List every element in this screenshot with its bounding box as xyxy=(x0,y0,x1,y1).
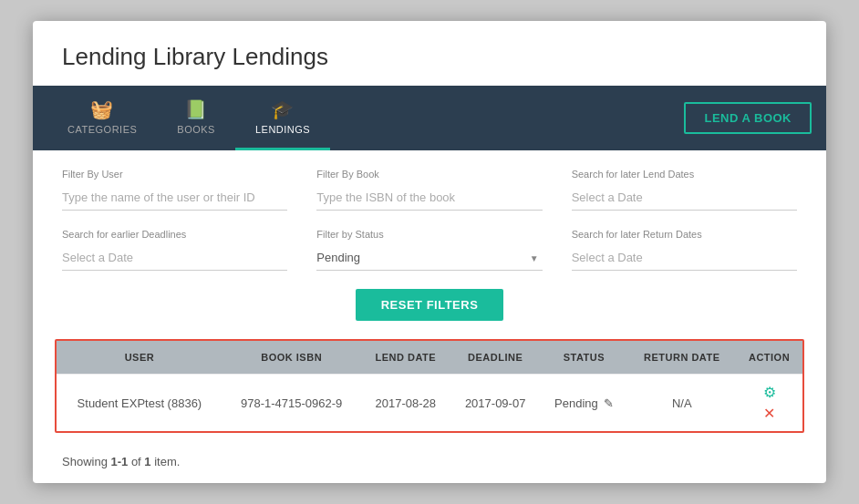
cell-action: ⚙ ✕ xyxy=(736,375,802,432)
cell-deadline: 2017-09-07 xyxy=(450,375,540,432)
reset-row: RESET FILTERS xyxy=(33,289,826,339)
table-header-row: USER BOOK ISBN LEND DATE DEADLINE STATUS… xyxy=(57,341,802,375)
reset-filters-button[interactable]: RESET FILTERS xyxy=(356,289,504,321)
col-user: USER xyxy=(57,341,223,375)
col-action: ACTION xyxy=(736,341,802,375)
cell-return-date: N/A xyxy=(627,375,736,432)
table-section: USER BOOK ISBN LEND DATE DEADLINE STATUS… xyxy=(55,339,804,433)
page-title: Lending Library Lendings xyxy=(33,21,826,86)
filter-deadlines: Search for earlier Deadlines xyxy=(62,229,287,271)
filter-status-label: Filter by Status xyxy=(316,229,542,240)
cell-lend-date: 2017-08-28 xyxy=(361,375,450,432)
filters-section: Filter By User Filter By Book Search for… xyxy=(33,150,826,289)
lend-book-button[interactable]: LEND A BOOK xyxy=(684,102,812,134)
search-return-dates-label: Search for later Return Dates xyxy=(572,229,797,240)
showing-suffix: item. xyxy=(151,455,181,468)
filter-user-input[interactable] xyxy=(62,185,287,211)
edit-status-icon[interactable]: ✎ xyxy=(604,396,614,410)
col-status: STATUS xyxy=(540,341,627,375)
main-modal: Lending Library Lendings 🧺 CATEGORIES 📗 … xyxy=(33,21,826,483)
showing-range: 1-1 xyxy=(110,455,128,468)
nav-categories[interactable]: 🧺 CATEGORIES xyxy=(47,86,157,150)
col-lend-date: LEND DATE xyxy=(361,341,450,375)
col-book-isbn: BOOK ISBN xyxy=(223,341,361,375)
deadline-date-input[interactable] xyxy=(62,245,287,271)
col-deadline: DEADLINE xyxy=(450,341,540,375)
showing-count: 1 xyxy=(144,455,150,468)
status-select-wrapper: All Pending Returned Overdue ▼ xyxy=(316,245,542,271)
filter-book-input[interactable] xyxy=(316,185,542,211)
filter-by-book-label: Filter By Book xyxy=(316,169,542,180)
cell-user: Student EXPtest (8836) xyxy=(57,375,223,432)
nav-categories-label: CATEGORIES xyxy=(67,124,137,135)
showing-prefix: Showing xyxy=(62,455,110,468)
filter-by-user: Filter By User xyxy=(62,169,287,211)
lendings-icon: 🎓 xyxy=(271,98,295,120)
nav-books-label: BOOKS xyxy=(177,124,215,135)
nav-lendings[interactable]: 🎓 LENDINGS xyxy=(235,86,330,150)
filter-by-user-label: Filter By User xyxy=(62,169,287,180)
search-deadlines-label: Search for earlier Deadlines xyxy=(62,229,287,240)
lend-date-input[interactable] xyxy=(572,185,797,211)
showing-middle: of xyxy=(128,455,144,468)
status-cell-content: Pending ✎ xyxy=(547,396,620,410)
categories-icon: 🧺 xyxy=(90,98,114,120)
cell-book-isbn: 978-1-4715-0962-9 xyxy=(223,375,361,432)
delete-icon[interactable]: ✕ xyxy=(763,405,775,422)
showing-text: Showing 1-1 of 1 item. xyxy=(33,447,826,483)
filter-by-book: Filter By Book xyxy=(316,169,542,211)
cell-status: Pending ✎ xyxy=(540,375,627,432)
settings-icon[interactable]: ⚙ xyxy=(763,384,776,401)
status-text: Pending xyxy=(554,396,598,410)
filter-status: Filter by Status All Pending Returned Ov… xyxy=(316,229,542,271)
nav-lendings-label: LENDINGS xyxy=(255,124,310,135)
lendings-table: USER BOOK ISBN LEND DATE DEADLINE STATUS… xyxy=(57,341,802,431)
filter-lend-dates: Search for later Lend Dates xyxy=(572,169,797,211)
navigation: 🧺 CATEGORIES 📗 BOOKS 🎓 LENDINGS LEND A B… xyxy=(33,86,826,150)
col-return-date: RETURN DATE xyxy=(627,341,736,375)
status-select[interactable]: All Pending Returned Overdue xyxy=(316,245,542,270)
table-row: Student EXPtest (8836) 978-1-4715-0962-9… xyxy=(57,375,802,432)
search-lend-dates-label: Search for later Lend Dates xyxy=(572,169,797,180)
filter-return-dates: Search for later Return Dates xyxy=(572,229,797,271)
return-date-input[interactable] xyxy=(572,245,797,271)
action-cell-content: ⚙ ✕ xyxy=(743,384,795,422)
books-icon: 📗 xyxy=(184,98,208,120)
nav-books[interactable]: 📗 BOOKS xyxy=(157,86,235,150)
